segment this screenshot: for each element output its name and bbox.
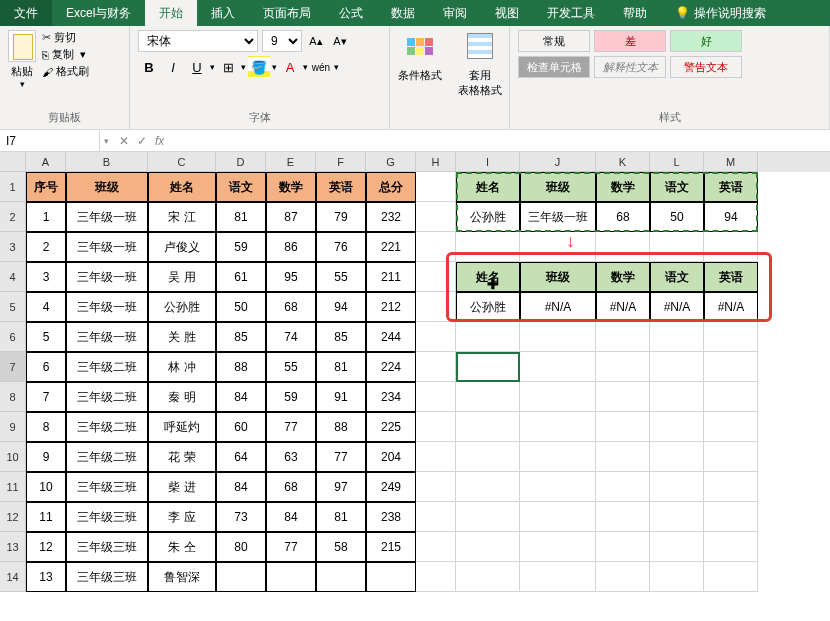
cell[interactable]: 88 xyxy=(216,352,266,382)
table-format-icon[interactable] xyxy=(464,30,496,62)
cell[interactable]: 数学 xyxy=(596,262,650,292)
cell[interactable]: 244 xyxy=(366,322,416,352)
col-header[interactable]: M xyxy=(704,152,758,172)
cell[interactable] xyxy=(456,412,520,442)
cell[interactable] xyxy=(266,562,316,592)
cell[interactable]: 55 xyxy=(266,352,316,382)
row-header[interactable]: 6 xyxy=(0,322,26,352)
fill-color-button[interactable]: 🪣 xyxy=(248,56,270,78)
cell[interactable] xyxy=(416,382,456,412)
cell[interactable]: 三年级二班 xyxy=(66,442,148,472)
cell[interactable]: 语文 xyxy=(650,262,704,292)
cell[interactable]: 林 冲 xyxy=(148,352,216,382)
cell[interactable]: 公孙胜 xyxy=(456,292,520,322)
row-header[interactable]: 9 xyxy=(0,412,26,442)
row-header[interactable]: 4 xyxy=(0,262,26,292)
formula-input[interactable] xyxy=(170,134,830,148)
cell[interactable]: 249 xyxy=(366,472,416,502)
row-header[interactable]: 10 xyxy=(0,442,26,472)
cell[interactable] xyxy=(456,562,520,592)
cancel-icon[interactable]: ✕ xyxy=(119,134,129,148)
cell[interactable] xyxy=(416,562,456,592)
cell[interactable]: 班级 xyxy=(520,262,596,292)
cell[interactable]: 11 xyxy=(26,502,66,532)
cell[interactable] xyxy=(416,412,456,442)
cell[interactable]: 211 xyxy=(366,262,416,292)
cell[interactable] xyxy=(520,412,596,442)
cell[interactable] xyxy=(704,412,758,442)
cell[interactable]: 59 xyxy=(266,382,316,412)
tab-help[interactable]: 帮助 xyxy=(609,0,661,26)
cell[interactable]: 59 xyxy=(216,232,266,262)
cell[interactable]: 语文 xyxy=(650,172,704,202)
cell[interactable] xyxy=(456,352,520,382)
tab-file[interactable]: 文件 xyxy=(0,0,52,26)
col-header[interactable]: E xyxy=(266,152,316,172)
row-header[interactable]: 14 xyxy=(0,562,26,592)
cell[interactable] xyxy=(216,562,266,592)
cell[interactable]: 81 xyxy=(316,502,366,532)
cell[interactable] xyxy=(704,502,758,532)
cell[interactable]: 班级 xyxy=(520,172,596,202)
cell[interactable]: 数学 xyxy=(266,172,316,202)
cell[interactable] xyxy=(596,472,650,502)
cell[interactable] xyxy=(650,352,704,382)
cell[interactable]: #N/A xyxy=(520,292,596,322)
underline-button[interactable]: U xyxy=(186,56,208,78)
cell[interactable] xyxy=(416,442,456,472)
cell[interactable]: 221 xyxy=(366,232,416,262)
cell[interactable]: 13 xyxy=(26,562,66,592)
cell[interactable]: 79 xyxy=(316,202,366,232)
grow-font-button[interactable]: A▴ xyxy=(306,31,326,51)
tab-review[interactable]: 审阅 xyxy=(429,0,481,26)
font-color-button[interactable]: A xyxy=(279,56,301,78)
cell[interactable]: 英语 xyxy=(316,172,366,202)
cell[interactable]: 95 xyxy=(266,262,316,292)
cell[interactable]: 总分 xyxy=(366,172,416,202)
cell[interactable] xyxy=(704,322,758,352)
cell[interactable]: 姓名 xyxy=(456,262,520,292)
cell[interactable]: 68 xyxy=(596,202,650,232)
confirm-icon[interactable]: ✓ xyxy=(137,134,147,148)
cell[interactable]: 91 xyxy=(316,382,366,412)
cell[interactable]: 三年级一班 xyxy=(66,202,148,232)
cell[interactable]: 80 xyxy=(216,532,266,562)
cell[interactable]: 74 xyxy=(266,322,316,352)
col-header[interactable]: G xyxy=(366,152,416,172)
fx-icon[interactable]: fx xyxy=(155,134,164,148)
cell[interactable]: 76 xyxy=(316,232,366,262)
cell[interactable]: 姓名 xyxy=(456,172,520,202)
cell[interactable]: 88 xyxy=(316,412,366,442)
cell[interactable]: 12 xyxy=(26,532,66,562)
tab-view[interactable]: 视图 xyxy=(481,0,533,26)
cell[interactable] xyxy=(416,352,456,382)
tab-insert[interactable]: 插入 xyxy=(197,0,249,26)
cell[interactable]: 秦 明 xyxy=(148,382,216,412)
copy-button[interactable]: ⎘复制 ▾ xyxy=(42,47,89,62)
cell[interactable]: 三年级三班 xyxy=(66,472,148,502)
cell[interactable]: 2 xyxy=(26,232,66,262)
cell[interactable]: 6 xyxy=(26,352,66,382)
bold-button[interactable]: B xyxy=(138,56,160,78)
cell[interactable]: #N/A xyxy=(704,292,758,322)
cell[interactable] xyxy=(650,442,704,472)
cell[interactable] xyxy=(650,472,704,502)
cell[interactable]: 94 xyxy=(316,292,366,322)
cell[interactable]: 68 xyxy=(266,472,316,502)
row-header[interactable]: 7 xyxy=(0,352,26,382)
cell[interactable]: 77 xyxy=(266,532,316,562)
cell[interactable] xyxy=(520,472,596,502)
table-format-label[interactable]: 套用 表格格式 xyxy=(458,68,502,98)
row-header[interactable]: 13 xyxy=(0,532,26,562)
cell[interactable] xyxy=(650,562,704,592)
cell[interactable] xyxy=(416,172,456,202)
col-header[interactable]: L xyxy=(650,152,704,172)
style-check[interactable]: 检查单元格 xyxy=(518,56,590,78)
col-header[interactable]: A xyxy=(26,152,66,172)
col-header[interactable]: F xyxy=(316,152,366,172)
tab-excel-finance[interactable]: Excel与财务 xyxy=(52,0,145,26)
cell[interactable]: 84 xyxy=(216,472,266,502)
cell[interactable]: 公孙胜 xyxy=(148,292,216,322)
select-all-corner[interactable] xyxy=(0,152,26,172)
cell[interactable] xyxy=(456,472,520,502)
